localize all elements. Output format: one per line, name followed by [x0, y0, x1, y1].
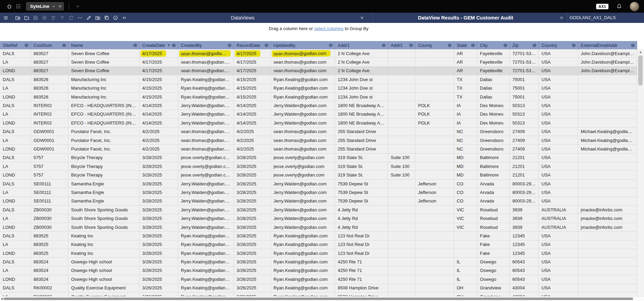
- grid-cell-state[interactable]: IA: [454, 119, 477, 127]
- grid-cell-custnum[interactable]: RK00002: [31, 284, 68, 292]
- grid-cell-state[interactable]: NC: [454, 128, 477, 136]
- grid-cell-createdate[interactable]: 3/28/2025: [139, 180, 178, 188]
- table-row[interactable]: LA883524Oswego High school3/26/2025Ryan.…: [0, 266, 637, 275]
- grid-cell-addr2[interactable]: [388, 249, 415, 257]
- table-row[interactable]: LONDINTER02EFCO - HEADQUARTERS (INTERNA.…: [0, 119, 637, 127]
- grid-cell-externalemailaddr[interactable]: [578, 93, 637, 101]
- table-row[interactable]: LA5757Bicycle Therapy3/28/2025jesse.over…: [0, 162, 637, 171]
- grid-cell-externalemailaddr[interactable]: [578, 75, 637, 83]
- grid-cell-addr1[interactable]: 123 Not Real Dr: [335, 232, 388, 240]
- table-row[interactable]: DALSSE00111Samantha Engle3/28/2025Jerry.…: [0, 180, 637, 188]
- grid-cell-county[interactable]: [415, 266, 454, 275]
- grid-cell-city[interactable]: Des Moines: [477, 101, 510, 109]
- toolbar-filter-button[interactable]: [58, 13, 67, 23]
- grid-cell-state[interactable]: MD: [454, 171, 477, 179]
- grid-cell-city[interactable]: Baltimore: [477, 154, 510, 162]
- grid-cell-name[interactable]: South Shore Sporting Goods: [68, 214, 139, 222]
- grid-cell-createdby[interactable]: sean.thomas@godlan.com: [178, 136, 234, 144]
- grid-cell-custnum[interactable]: 883527: [31, 58, 68, 66]
- grid-cell-externalemailaddr[interactable]: Michael.Keating@godlan.c...: [578, 145, 637, 153]
- table-row[interactable]: DALSRK00002Quality Exercise Equipment3/2…: [0, 284, 637, 292]
- grid-cell-createdby[interactable]: Ryan.Keating@godlan.com: [178, 266, 234, 275]
- grid-cell-addr2[interactable]: [388, 67, 415, 75]
- grid-cell-zip[interactable]: 50313: [510, 101, 539, 109]
- grid-cell-createdate[interactable]: 3/28/2025: [139, 232, 178, 240]
- grid-cell-createdate[interactable]: 4/2/2025: [139, 145, 178, 153]
- grid-cell-country[interactable]: USA: [539, 240, 578, 249]
- grid-cell-externalemailaddr[interactable]: [578, 162, 637, 170]
- grid-cell-state[interactable]: TX: [454, 93, 477, 101]
- grid-cell-county[interactable]: Jefferson: [415, 180, 454, 188]
- column-header-country[interactable]: Country: [539, 41, 578, 49]
- grid-cell-recorddate[interactable]: 4/17/2025: [234, 67, 271, 75]
- grid-cell-county[interactable]: [415, 154, 454, 162]
- grid-cell-addr1[interactable]: 2 N College Ave: [335, 49, 388, 57]
- grid-cell-state[interactable]: IA: [454, 101, 477, 109]
- grid-cell-addr1[interactable]: 319 State St.: [335, 162, 388, 170]
- grid-cell-zip[interactable]: 3939: [510, 214, 539, 222]
- table-row[interactable]: LAZB00030South Shore Sporting Goods3/28/…: [0, 214, 637, 223]
- grid-cell-createdby[interactable]: Jerry.Walden@godlan.com: [178, 197, 234, 205]
- grid-cell-custnum[interactable]: 883525: [31, 249, 68, 257]
- grid-cell-city[interactable]: Oswego: [477, 258, 510, 266]
- grid-cell-createdate[interactable]: 3/28/2025: [139, 206, 178, 214]
- grid-cell-recorddate[interactable]: 4/15/2025: [234, 93, 271, 101]
- grid-cell-state[interactable]: CO: [454, 180, 477, 188]
- grid-cell-zip[interactable]: 27409: [510, 136, 539, 144]
- grid-cell-updatedby[interactable]: Ryan.Keating@godlan.com: [271, 240, 335, 249]
- grid-cell-state[interactable]: [454, 249, 477, 257]
- grid-cell-createdate[interactable]: 3/26/2025: [139, 292, 178, 296]
- grid-cell-recorddate[interactable]: 3/28/2025: [234, 240, 271, 249]
- grid-cell-addr2[interactable]: [388, 180, 415, 188]
- column-header-addr1[interactable]: Addr1: [335, 41, 388, 49]
- grid-cell-createdate[interactable]: 3/28/2025: [139, 214, 178, 222]
- toolbar-folder-button[interactable]: [22, 13, 31, 23]
- grid-cell-name[interactable]: Samantha Engle: [68, 197, 139, 205]
- grid-cell-country[interactable]: USA: [539, 162, 578, 170]
- grid-cell-city[interactable]: Des Moines: [477, 119, 510, 127]
- table-row[interactable]: LAINTER02EFCO - HEADQUARTERS (INTERNA...…: [0, 110, 637, 119]
- grid-cell-state[interactable]: CO: [454, 188, 477, 196]
- table-row[interactable]: DALSGDW0001Purolator Facet, Inc.4/2/2025…: [0, 128, 637, 136]
- grid-cell-externalemailaddr[interactable]: [578, 101, 637, 109]
- grid-cell-createdby[interactable]: Jerry.Walden@godlan.com: [178, 214, 234, 222]
- scroll-up-arrow-icon[interactable]: ▲: [637, 49, 644, 55]
- grid-cell-createdby[interactable]: Jerry.Walden@godlan.com: [178, 110, 234, 118]
- table-row[interactable]: DALS883526Manufacturing Inc4/15/2025Ryan…: [0, 75, 637, 84]
- grid-cell-zip[interactable]: 72701-5309: [510, 67, 539, 75]
- grid-cell-state[interactable]: CO: [454, 197, 477, 205]
- grid-cell-city[interactable]: Fayetteville: [477, 49, 510, 57]
- grid-cell-zip[interactable]: 12345: [510, 232, 539, 240]
- grid-cell-addr1[interactable]: 1800 NE Broadway Avenue: [335, 119, 388, 127]
- grid-cell-externalemailaddr[interactable]: jmacke@inforbc.com: [578, 214, 637, 222]
- grid-cell-addr1[interactable]: 1234 John Doe st: [335, 75, 388, 83]
- table-row[interactable]: LONDGDW0001Purolator Facet, Inc.4/2/2025…: [0, 145, 637, 153]
- grid-cell-siteref[interactable]: DALS: [0, 206, 31, 214]
- table-row[interactable]: DALSINTER02EFCO - HEADQUARTERS (INTERNA.…: [0, 101, 637, 110]
- grid-cell-siteref[interactable]: LA: [0, 136, 31, 144]
- column-header-recorddate[interactable]: RecordDate: [234, 41, 271, 49]
- grid-cell-updatedby[interactable]: Jerry.Walden@godlan.com: [271, 223, 335, 231]
- column-settings-gear-icon[interactable]: [409, 43, 413, 48]
- grid-cell-name[interactable]: Purolator Facet, Inc.: [68, 128, 139, 136]
- grid-cell-createdby[interactable]: jesse.overly@godlan.com: [178, 154, 234, 162]
- grid-cell-zip[interactable]: 12345: [510, 240, 539, 249]
- grid-cell-recorddate[interactable]: 3/28/2025: [234, 171, 271, 179]
- grid-cell-siteref[interactable]: LA: [0, 188, 31, 196]
- grid-cell-externalemailaddr[interactable]: [578, 119, 637, 127]
- grid-cell-county[interactable]: [415, 58, 454, 66]
- grid-cell-updatedby[interactable]: Ryan.Keating@godlan.com: [271, 84, 335, 92]
- grid-cell-createdby[interactable]: Ryan.Keating@godlan.com: [178, 84, 234, 92]
- grid-cell-zip[interactable]: 12345: [510, 249, 539, 257]
- grid-cell-custnum[interactable]: RK00002: [31, 292, 68, 296]
- table-row[interactable]: LOND883526Manufacturing Inc4/15/2025Ryan…: [0, 93, 637, 101]
- grid-cell-name[interactable]: Manufacturing Inc: [68, 75, 139, 83]
- toolbar-info-button[interactable]: [111, 13, 120, 23]
- grid-cell-addr1[interactable]: 8508 Hampton Drive: [335, 284, 388, 292]
- grid-cell-addr1[interactable]: 4 Jetty Rd: [335, 223, 388, 231]
- grid-cell-updatedby[interactable]: Ryan.Keating@godlan.com: [271, 266, 335, 275]
- table-row[interactable]: LOND5757Bicycle Therapy3/28/2025jesse.ov…: [0, 171, 637, 179]
- grid-cell-addr1[interactable]: 255 Standard Drive: [335, 136, 388, 144]
- column-settings-gear-icon[interactable]: [24, 43, 29, 48]
- table-row[interactable]: DALS883525Keating Inc3/28/2025Ryan.Keati…: [0, 232, 637, 240]
